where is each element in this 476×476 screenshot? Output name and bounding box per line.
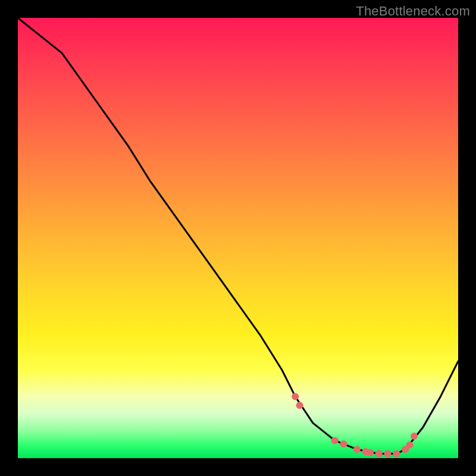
highlight-point xyxy=(406,441,414,449)
chart-svg xyxy=(18,18,458,458)
plot-area xyxy=(18,18,458,458)
highlight-point xyxy=(292,393,299,400)
highlight-point xyxy=(393,450,400,458)
bottleneck-curve xyxy=(18,18,458,454)
highlight-point xyxy=(367,449,374,456)
highlight-point xyxy=(375,450,383,458)
highlight-point xyxy=(384,450,392,458)
watermark-text: TheBottleneck.com xyxy=(356,4,470,19)
highlight-point xyxy=(353,446,361,453)
highlight-points xyxy=(292,393,418,457)
highlight-point xyxy=(331,437,339,444)
chart-frame: TheBottleneck.com xyxy=(0,0,476,476)
highlight-point xyxy=(340,440,347,447)
highlight-point xyxy=(411,433,418,440)
highlight-point xyxy=(296,402,303,409)
